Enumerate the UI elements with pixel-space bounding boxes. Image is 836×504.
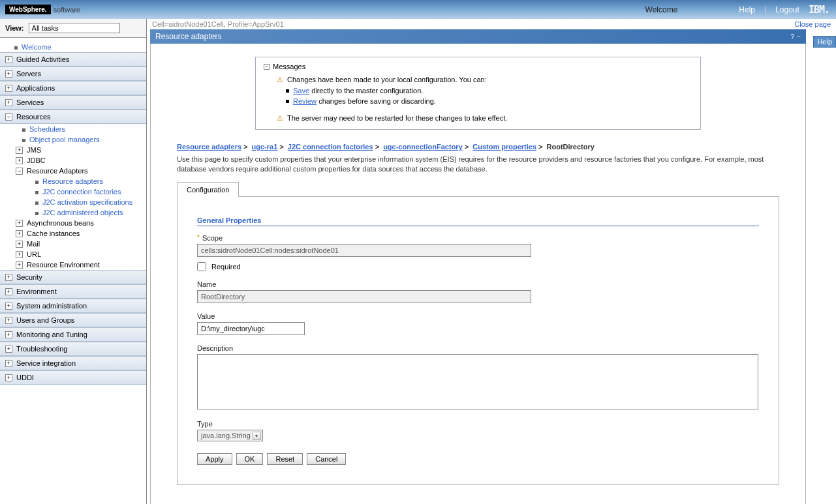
nav-jms[interactable]: +JMS (0, 145, 146, 155)
field-name: Name RootDirectory (197, 280, 759, 303)
breadcrumb-ugc-ra1[interactable]: ugc-ra1 (252, 143, 278, 151)
nav-troubleshooting[interactable]: +Troubleshooting (0, 342, 146, 356)
help-icon[interactable]: ? (791, 33, 795, 40)
breadcrumb-j2c-connection-factories[interactable]: J2C connection factories (288, 143, 373, 151)
nav-ra-j2c-activation-specifications[interactable]: J2C activation specifications (0, 197, 146, 207)
breadcrumb-ugc-connectionfactory[interactable]: ugc-connectionFactory (383, 143, 463, 151)
messages-title: − Messages (264, 63, 692, 70)
nav-security[interactable]: +Security (0, 270, 146, 284)
app-header: WebSphere. software Welcome Help | Logou… (0, 0, 836, 19)
breadcrumb-resource-adapters[interactable]: Resource adapters (177, 143, 241, 151)
message-warning-1: ⚠ Changes have been made to your local c… (264, 74, 692, 85)
header-actions: Welcome Help | Logout IBM. (645, 4, 829, 16)
sidebar: View: All tasks Welcome +Guided Activiti… (0, 19, 147, 504)
expand-icon[interactable]: + (16, 251, 23, 258)
expand-icon[interactable]: + (16, 157, 23, 164)
help-side-button[interactable]: Help (813, 36, 836, 48)
page-description: Use this page to specify custom properti… (177, 155, 779, 175)
nav-service-integration[interactable]: +Service integration (0, 356, 146, 370)
expand-icon[interactable]: + (16, 230, 23, 237)
expand-icon[interactable]: + (5, 360, 12, 367)
expand-icon[interactable]: + (16, 147, 23, 154)
collapse-icon[interactable]: − (5, 113, 12, 121)
save-link[interactable]: Save (293, 87, 309, 95)
expand-icon[interactable]: + (16, 220, 23, 227)
nav-resource-environment[interactable]: +Resource Environment (0, 259, 146, 270)
content-area: Cell=sidrotNode01Cell, Profile=AppSrv01 … (147, 19, 836, 504)
nav-environment[interactable]: +Environment (0, 284, 146, 299)
nav-welcome[interactable]: Welcome (0, 42, 146, 52)
message-warning-2: ⚠ The server may need to be restarted fo… (264, 113, 692, 124)
panel-body: − Messages ⚠ Changes have been made to y… (150, 44, 806, 504)
help-link[interactable]: Help (739, 5, 755, 14)
required-indicator: * (197, 234, 200, 241)
nav-cache-instances[interactable]: +Cache instances (0, 228, 146, 239)
expand-icon[interactable]: + (5, 99, 12, 106)
nav-uddi[interactable]: +UDDI (0, 370, 146, 385)
view-selector: View: All tasks (0, 19, 146, 38)
view-dropdown[interactable]: All tasks (29, 23, 120, 33)
expand-icon[interactable]: + (5, 346, 12, 353)
view-label: View: (5, 24, 24, 32)
collapse-icon[interactable]: − (16, 168, 23, 175)
messages-box: − Messages ⚠ Changes have been made to y… (255, 57, 701, 130)
apply-button[interactable]: Apply (197, 453, 232, 465)
expand-icon[interactable]: + (5, 85, 12, 92)
expand-icon[interactable]: + (16, 241, 23, 248)
description-textarea[interactable] (197, 354, 758, 409)
required-checkbox[interactable] (197, 262, 206, 271)
expand-icon[interactable]: + (5, 70, 12, 78)
value-label: Value (197, 312, 215, 320)
separator: | (764, 5, 766, 14)
nav-url[interactable]: +URL (0, 249, 146, 259)
field-type: Type java.lang.String ▾ (197, 420, 759, 441)
nav-tree: Welcome +Guided Activities +Servers +App… (0, 38, 146, 385)
nav-object-pool-managers[interactable]: Object pool managers (0, 134, 146, 145)
nav-resource-adapters[interactable]: −Resource Adapters (0, 166, 146, 176)
nav-mail[interactable]: +Mail (0, 239, 146, 249)
expand-icon[interactable]: + (5, 288, 12, 295)
name-label: Name (197, 280, 216, 288)
warning-icon: ⚠ (277, 114, 283, 123)
nav-system-administration[interactable]: +System administration (0, 299, 146, 313)
nav-asynchronous-beans[interactable]: +Asynchronous beans (0, 218, 146, 228)
expand-icon[interactable]: + (5, 56, 12, 63)
panel-title-text: Resource adapters (155, 32, 221, 41)
ok-button[interactable]: OK (236, 453, 264, 465)
nav-jdbc[interactable]: +JDBC (0, 155, 146, 166)
dropdown-arrow-icon[interactable]: ▾ (253, 432, 261, 440)
logout-link[interactable]: Logout (775, 5, 799, 14)
expand-icon[interactable]: + (5, 331, 12, 338)
reset-button[interactable]: Reset (267, 453, 303, 465)
field-description: Description (197, 344, 759, 411)
tab-container: Configuration General Properties *Scope … (177, 181, 779, 485)
minimize-icon[interactable]: − (797, 33, 801, 40)
nav-ra-j2c-connection-factories[interactable]: J2C connection factories (0, 186, 146, 197)
name-value: RootDirectory (197, 290, 531, 303)
nav-users-groups[interactable]: +Users and Groups (0, 313, 146, 327)
expand-icon[interactable]: + (16, 261, 23, 269)
cancel-button[interactable]: Cancel (307, 453, 346, 465)
expand-icon[interactable]: + (5, 303, 12, 310)
collapse-icon[interactable]: − (264, 64, 270, 70)
expand-icon[interactable]: + (5, 317, 12, 324)
value-input[interactable] (197, 322, 305, 335)
logo: WebSphere. (5, 5, 51, 14)
nav-monitoring-tuning[interactable]: +Monitoring and Tuning (0, 327, 146, 342)
nav-servers[interactable]: +Servers (0, 67, 146, 81)
nav-services[interactable]: +Services (0, 95, 146, 110)
tab-configuration[interactable]: Configuration (177, 182, 239, 197)
expand-icon[interactable]: + (5, 274, 12, 281)
nav-guided-activities[interactable]: +Guided Activities (0, 52, 146, 67)
nav-ra-resource-adapters[interactable]: Resource adapters (0, 176, 146, 186)
nav-resources[interactable]: −Resources (0, 110, 146, 124)
nav-schedulers[interactable]: Schedulers (0, 124, 146, 134)
breadcrumb-custom-properties[interactable]: Custom properties (472, 143, 536, 151)
bullet-icon (286, 89, 289, 93)
nav-ra-j2c-administered-objects[interactable]: J2C administered objects (0, 207, 146, 218)
nav-applications[interactable]: +Applications (0, 81, 146, 95)
review-link[interactable]: Review (293, 97, 317, 105)
close-page-link[interactable]: Close page (794, 20, 831, 28)
expand-icon[interactable]: + (5, 374, 12, 381)
type-select[interactable]: java.lang.String ▾ (197, 430, 263, 441)
